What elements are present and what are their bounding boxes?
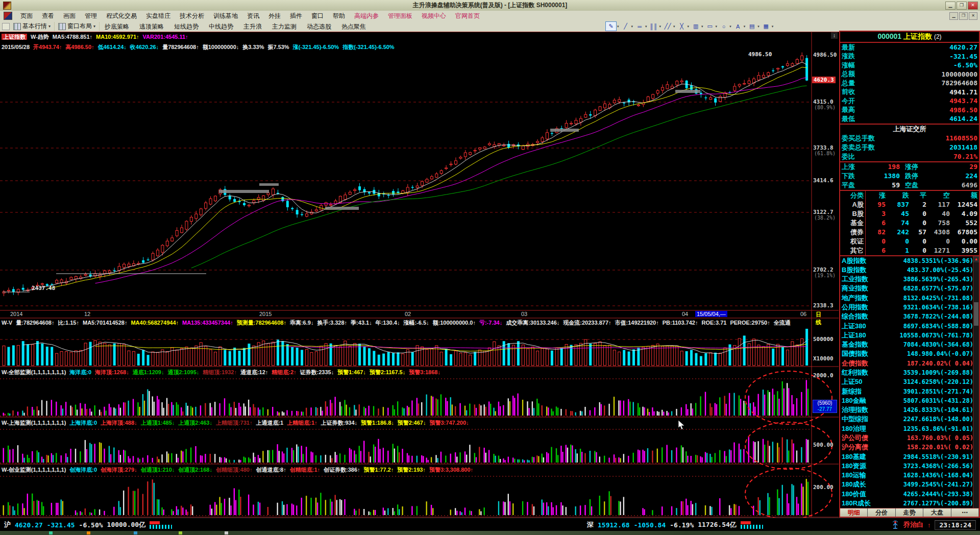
class-row[interactable]: 其它61012713955 (840, 246, 979, 255)
rectangle-tool-icon[interactable]: ▭ (705, 22, 715, 31)
child-close-button[interactable]: ✕ (969, 12, 977, 20)
index-row[interactable]: 基金指数7084.4830%(-364.68) (840, 340, 973, 349)
maximize-button[interactable]: ❐ (957, 2, 967, 10)
menu-item[interactable]: 资讯 (242, 11, 264, 21)
index-row[interactable]: 沪公司债163.760.03%( 0.05) (840, 433, 973, 443)
menu-item-hot[interactable]: 管理面板 (383, 11, 417, 21)
menu-item[interactable]: 窗口 (307, 11, 328, 21)
splitter-icon[interactable]: ↕ (831, 32, 838, 39)
strategy-button[interactable]: 短线趋势 (169, 22, 204, 31)
index-row[interactable]: 180金融5807.6031%(-431.28) (840, 396, 973, 405)
child-minimize-button[interactable]: ▁ (949, 12, 958, 20)
strategy-button[interactable]: 中线趋势 (204, 22, 238, 31)
menu-item[interactable]: 画面 (59, 11, 80, 21)
index-row[interactable]: 180成长3499.2545%(-241.27) (840, 480, 973, 489)
time-axis-label[interactable]: 02 (405, 311, 411, 317)
time-axis-label[interactable]: 06 (800, 311, 806, 317)
index-row[interactable]: 中型综指2247.6618%(-148.00) (840, 415, 973, 424)
menu-item[interactable]: 插件 (285, 11, 307, 21)
class-row[interactable]: A股95837211712454 (840, 200, 979, 209)
index-row[interactable]: B股指数483.37.00%(-25.45) (840, 265, 973, 275)
child-restore-button[interactable]: ❐ (959, 12, 968, 20)
index-row[interactable]: 治理指数1426.8333%(-104.61) (840, 405, 973, 415)
window-layout-button[interactable]: 窗口布局 ▾ (55, 22, 100, 31)
index-row[interactable]: 上证3808697.6834%(-588.80) (840, 321, 973, 330)
shanghai-index-status[interactable]: 沪4620.27-321.45-6.50%10000.00亿 (4, 518, 172, 531)
menu-item[interactable]: 外挂 (264, 11, 285, 21)
tab-大盘[interactable]: 大盘 (923, 508, 951, 517)
main-chart-canvas[interactable]: 4986.502437.48 (0, 32, 839, 518)
close-button[interactable]: ✕ (968, 2, 978, 10)
index-row[interactable]: 180基建2984.5518%(-230.91) (840, 452, 973, 461)
menu-item[interactable]: 程式化交易 (102, 11, 141, 21)
menu-item[interactable]: 训练基地 (209, 11, 242, 21)
class-row[interactable]: 权证00000.00 (840, 237, 979, 246)
menu-item[interactable]: 帮助 (328, 11, 350, 21)
fill-pattern-tool-icon[interactable]: ▤ (747, 22, 757, 31)
index-row[interactable]: 180运输1628.1436%(-168.04) (840, 471, 973, 480)
index-row[interactable]: 上证18010558.0673%(-761.78) (840, 331, 973, 340)
index-row[interactable]: 工业指数3886.5639%(-265.43) (840, 275, 973, 284)
pencil-draw-tool-icon[interactable]: ✎ (605, 21, 617, 31)
scroll-thumb[interactable] (974, 302, 978, 326)
strategy-button[interactable]: 热点聚焦 (336, 22, 371, 31)
time-axis-label[interactable]: 03 (521, 311, 527, 317)
strategy-button[interactable]: 主力监测 (267, 22, 302, 31)
index-row[interactable]: A股指数4838.5351%(-336.96) (840, 256, 973, 265)
time-axis-label[interactable]: 04 (682, 311, 688, 317)
menu-item-hot[interactable]: 视频中心 (417, 11, 451, 21)
index-row[interactable]: 商业指数6828.6577%(-575.07) (840, 284, 973, 293)
index-row[interactable]: 红利指数3539.1009%(-269.88) (840, 368, 973, 377)
tab-走势[interactable]: 走势 (896, 508, 923, 517)
index-row[interactable]: 国债指数148.980.04%(-0.07) (840, 349, 973, 358)
index-row[interactable]: 180资源3723.4368%(-266.56) (840, 461, 973, 471)
price-axis[interactable]: 4986.504620.34315.0(80.9%)3733.8(61.8%)3… (812, 32, 839, 518)
tab-分价[interactable]: 分价 (868, 508, 895, 517)
time-axis[interactable]: 201412201502030415/05/04,—06日线 (0, 311, 811, 318)
scrollbar[interactable]: ▲ (973, 256, 979, 508)
grid-lines-tool-icon[interactable]: ▥ (691, 22, 701, 31)
index-row[interactable]: 综合指数3678.7822%(-244.08) (840, 312, 973, 321)
index-row[interactable]: 180价值4265.2444%(-293.38) (840, 490, 973, 499)
shenzhen-index-status[interactable]: 深15912.68-1050.84-6.19%11726.54亿 (587, 518, 763, 531)
layout-icon[interactable] (2, 23, 10, 30)
vertical-lines-tool-icon[interactable]: ║║ (649, 22, 659, 31)
menu-item-hot[interactable]: 官网首页 (451, 11, 484, 21)
tab-⋯[interactable]: ⋯ (951, 508, 979, 517)
basic-quote-button[interactable]: 基本行情 ▾ (10, 22, 55, 31)
tab-明细[interactable]: 明细 (840, 508, 868, 517)
menu-item[interactable]: 实盘猎庄 (141, 11, 175, 21)
class-row[interactable]: 基金6740758552 (840, 218, 979, 228)
parallel-lines-tool-icon[interactable]: ╱╱ (663, 22, 673, 31)
text-tool-icon[interactable]: A (733, 22, 743, 31)
time-axis-label[interactable]: 2014 (10, 311, 22, 317)
minimize-button[interactable]: ▁ (945, 2, 955, 10)
strategy-button[interactable]: 动态选股 (302, 22, 336, 31)
class-row[interactable]: B股3450404.09 (840, 209, 979, 218)
index-row[interactable]: 企债指数187.240.02%( 0.04) (840, 359, 973, 368)
ellipse-tool-icon[interactable]: ○ (719, 22, 729, 31)
index-row[interactable]: 180治理1235.63.86%(-91.01) (840, 424, 973, 433)
palette-tool-icon[interactable]: ▦ (761, 22, 771, 31)
time-axis-label[interactable]: 12 (84, 311, 90, 317)
menu-item-hot[interactable]: 高端内参 (350, 11, 383, 21)
strategy-button[interactable]: 主升浪 (238, 22, 267, 31)
time-axis-label[interactable]: 15/05/04,— (695, 311, 727, 317)
index-row[interactable]: 公用指数9321.0634%(-738.16) (840, 303, 973, 312)
menu-item[interactable]: 管理 (80, 11, 102, 21)
trend-line-tool-icon[interactable]: ╱ (621, 22, 631, 31)
cross-lines-tool-icon[interactable]: ╳ (677, 22, 687, 31)
index-row[interactable]: 沪分离债158.220.01%( 0.02) (840, 443, 973, 452)
index-row[interactable]: 上证503124.6258%(-220.12) (840, 377, 973, 386)
index-row[interactable]: 180R成长2767.1277%(-200.89) (840, 499, 973, 508)
menu-item[interactable]: 查看 (37, 11, 59, 21)
scroll-up-icon[interactable]: ▲ (973, 256, 979, 262)
title-bar[interactable]: 主升浪操盘辅助决策系统(普及版) - [上证指数 SH000001] ▁ ❐ ✕ (0, 0, 980, 11)
horizontal-line-tool-icon[interactable]: ═ (634, 22, 645, 31)
menu-item[interactable]: 页面 (16, 11, 37, 21)
quote-panel-header[interactable]: 000001 上证指数 (2) (840, 32, 979, 43)
index-row[interactable]: 地产指数8132.0425%(-731.08) (840, 294, 973, 303)
strategy-button[interactable]: 逃顶策略 (134, 22, 169, 31)
class-row[interactable]: 债券8224257430867805 (840, 228, 979, 237)
strategy-button[interactable]: 抄底策略 (100, 22, 134, 31)
